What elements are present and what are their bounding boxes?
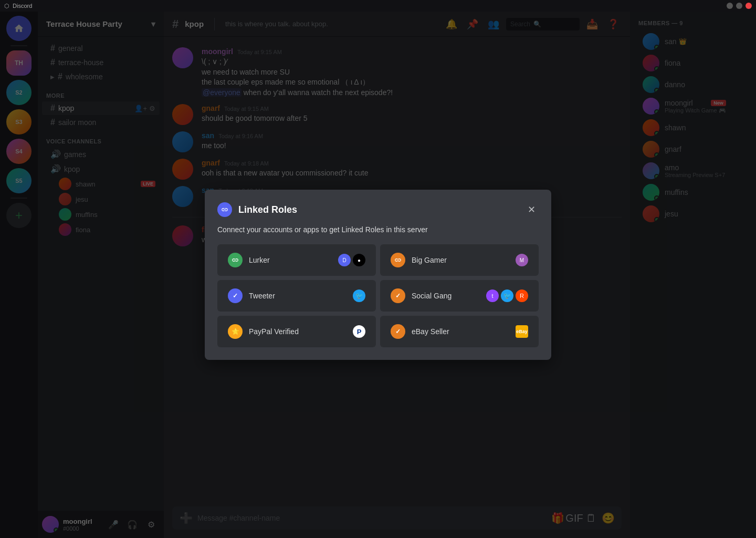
- titlebar-left: ⬡ Discord: [4, 3, 32, 9]
- modal-title: Linked Roles: [238, 204, 297, 215]
- role-name-social-gang: Social Gang: [412, 292, 480, 300]
- role-icon-paypal: ⭐: [228, 324, 243, 339]
- role-icon-lurker: [228, 253, 243, 267]
- modal-overlay[interactable]: Linked Roles ✕ Connect your accounts or …: [0, 12, 756, 538]
- role-card-tweeter[interactable]: ✓ Tweeter 🐦: [217, 280, 376, 312]
- close-button[interactable]: [746, 3, 752, 9]
- role-icon-social-gang: ✓: [391, 288, 405, 303]
- maximize-button[interactable]: [736, 3, 742, 9]
- titlebar-controls[interactable]: [727, 3, 752, 9]
- role-card-social-gang[interactable]: ✓ Social Gang t 🐦 R: [380, 280, 539, 312]
- role-app-icons-social-gang: t 🐦 R: [486, 289, 528, 302]
- twitch-app-icon: t: [486, 289, 499, 302]
- titlebar-app-name: Discord: [13, 3, 32, 9]
- role-card-ebay[interactable]: ✓ eBay Seller eBay: [380, 316, 539, 347]
- role-icon-ebay: ✓: [391, 324, 405, 339]
- role-card-paypal[interactable]: ⭐ PayPal Verified P: [217, 316, 376, 347]
- modal-roles-grid: Lurker D ● Big Gamer M ✓: [217, 244, 539, 347]
- modal-subtitle: Connect your accounts or apps to get Lin…: [217, 225, 539, 234]
- role-name-paypal: PayPal Verified: [249, 327, 346, 336]
- paypal-app-icon: P: [353, 325, 365, 338]
- role-app-icons-lurker: D ●: [338, 254, 365, 266]
- reddit-app-icon: R: [516, 289, 528, 302]
- role-app-icons-ebay: eBay: [516, 325, 528, 338]
- role-app-icons-paypal: P: [353, 325, 365, 338]
- role-app-icons-tweeter: 🐦: [353, 289, 365, 302]
- purple-app-icon: M: [516, 254, 528, 266]
- twitter-app-icon: 🐦: [353, 289, 365, 302]
- linked-roles-modal: Linked Roles ✕ Connect your accounts or …: [205, 190, 551, 360]
- modal-close-button[interactable]: ✕: [524, 202, 539, 217]
- modal-header: Linked Roles ✕: [217, 202, 539, 217]
- role-icon-big-gamer: [391, 253, 405, 267]
- role-name-ebay: eBay Seller: [412, 327, 509, 336]
- role-name-lurker: Lurker: [249, 256, 332, 264]
- discord-logo: ⬡: [4, 3, 9, 9]
- minimize-button[interactable]: [727, 3, 733, 9]
- titlebar: ⬡ Discord: [0, 0, 756, 12]
- role-icon-tweeter: ✓: [228, 288, 243, 303]
- role-app-icons-big-gamer: M: [516, 254, 528, 266]
- role-name-big-gamer: Big Gamer: [412, 256, 509, 264]
- role-card-lurker[interactable]: Lurker D ●: [217, 244, 376, 276]
- modal-link-icon: [217, 202, 232, 217]
- role-name-tweeter: Tweeter: [249, 292, 346, 300]
- role-card-big-gamer[interactable]: Big Gamer M: [380, 244, 539, 276]
- discord-app-icon: D: [338, 254, 351, 266]
- twitter-app-icon-2: 🐦: [501, 289, 513, 302]
- ebay-app-icon: eBay: [516, 325, 528, 338]
- black-app-icon: ●: [353, 254, 365, 266]
